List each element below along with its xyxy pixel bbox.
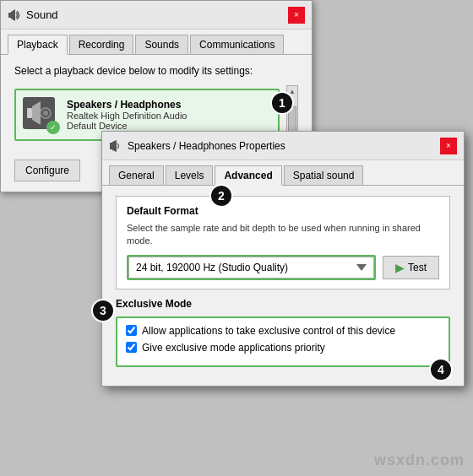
play-icon: ▶ [395,261,405,274]
properties-title-icon [109,139,122,153]
sound-close-button[interactable]: × [288,7,305,24]
check-badge: ✓ [46,121,60,134]
svg-rect-4 [110,143,112,149]
checkbox-row-2: Give exclusive mode applications priorit… [126,342,440,354]
exclusive-mode-box: Allow applications to take exclusive con… [116,316,450,367]
prop-tab-general[interactable]: General [109,165,164,185]
properties-titlebar: Speakers / Headphones Properties × [102,132,464,160]
device-subtitle: Realtek High Definition Audio [67,111,271,121]
default-format-desc: Select the sample rate and bit depth to … [127,222,439,248]
exclusive-control-checkbox[interactable] [126,325,137,336]
scroll-up-icon[interactable]: ▲ [287,86,297,97]
default-format-section: Default Format Select the sample rate an… [116,196,450,289]
sound-description: Select a playback device below to modify… [14,65,298,77]
device-info: Speakers / Headphones Realtek High Defin… [67,99,271,131]
device-icon-wrap: ✓ [23,97,58,133]
test-btn-label: Test [408,262,427,273]
exclusive-priority-label: Give exclusive mode applications priorit… [142,342,325,354]
device-status: Default Device [67,121,271,131]
properties-title-wrap: Speakers / Headphones Properties [109,139,285,153]
format-select[interactable]: 24 bit, 192000 Hz (Studio Quality) [128,257,374,279]
sound-title-icon [8,8,21,22]
svg-rect-1 [27,108,32,118]
properties-close-button[interactable]: × [440,138,457,154]
scroll-thumb[interactable] [288,106,296,132]
titlebar-left: Sound [8,8,58,22]
properties-dialog: Speakers / Headphones Properties × Gener… [101,131,465,387]
sound-tabs: Playback Recording Sounds Communications [1,30,312,55]
sound-dialog-title: Sound [26,8,58,21]
svg-point-3 [43,111,48,116]
configure-button[interactable]: Configure [14,160,80,181]
properties-tabs: General Levels Advanced Spatial sound [102,160,464,186]
format-row: 24 bit, 192000 Hz (Studio Quality) ▶ Tes… [127,255,439,280]
prop-tab-levels[interactable]: Levels [166,165,214,185]
properties-title-text: Speakers / Headphones Properties [128,140,285,152]
sound-dialog-titlebar: Sound × [1,1,312,30]
prop-tab-advanced[interactable]: Advanced [215,165,281,186]
device-name: Speakers / Headphones [67,99,271,111]
test-button[interactable]: ▶ Test [383,256,439,279]
svg-rect-0 [8,13,11,18]
tab-recording[interactable]: Recording [69,35,134,54]
tab-playback[interactable]: Playback [8,35,68,55]
default-format-label: Default Format [127,205,439,217]
exclusive-priority-checkbox[interactable] [126,342,137,353]
prop-tab-spatial[interactable]: Spatial sound [284,165,364,185]
checkbox-row-1: Allow applications to take exclusive con… [126,325,440,337]
tab-sounds[interactable]: Sounds [135,35,188,54]
tab-communications[interactable]: Communications [190,35,284,54]
exclusive-control-label: Allow applications to take exclusive con… [142,325,395,337]
watermark: wsxdn.com [374,452,465,469]
properties-content: Default Format Select the sample rate an… [102,186,464,386]
exclusive-mode-label: Exclusive Mode [116,298,450,310]
format-select-wrap: 24 bit, 192000 Hz (Studio Quality) [127,255,376,280]
